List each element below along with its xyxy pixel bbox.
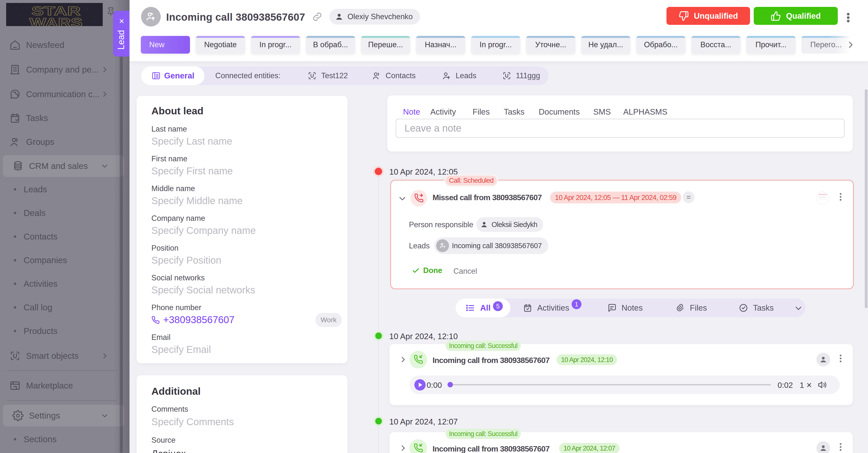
svg-text:WARS: WARS xyxy=(30,16,83,26)
